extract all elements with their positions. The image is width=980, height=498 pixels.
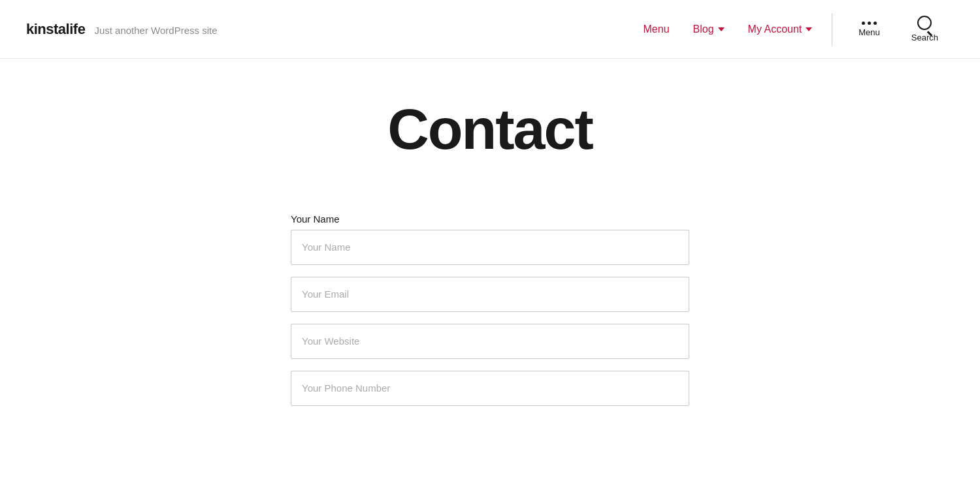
dot-1 bbox=[862, 22, 865, 25]
nav-extra: Menu Search bbox=[843, 10, 954, 48]
nav-item-menu-label: Menu bbox=[644, 23, 670, 35]
name-label: Your Name bbox=[291, 213, 689, 225]
site-nav: Menu Blog My Account Menu bbox=[634, 10, 955, 48]
chevron-down-icon bbox=[806, 27, 812, 31]
website-input[interactable] bbox=[291, 324, 689, 359]
dots-icon bbox=[862, 22, 877, 25]
more-menu-button[interactable]: Menu bbox=[843, 16, 896, 42]
contact-form: Your Name bbox=[291, 213, 689, 406]
site-logo[interactable]: kinstalife bbox=[26, 21, 85, 38]
nav-item-my-account-label: My Account bbox=[748, 23, 802, 35]
nav-item-blog[interactable]: Blog bbox=[684, 18, 734, 40]
email-input[interactable] bbox=[291, 277, 689, 312]
page-title-wrap: Contact bbox=[124, 98, 856, 161]
nav-divider bbox=[832, 13, 832, 46]
more-menu-label: Menu bbox=[858, 27, 880, 37]
form-group-website bbox=[291, 324, 689, 359]
nav-links: Menu Blog My Account bbox=[634, 18, 822, 40]
search-label: Search bbox=[911, 33, 938, 42]
site-header: kinstalife Just another WordPress site M… bbox=[0, 0, 980, 59]
site-tagline: Just another WordPress site bbox=[94, 25, 217, 36]
chevron-down-icon bbox=[718, 27, 725, 31]
search-icon bbox=[917, 16, 932, 30]
form-group-phone bbox=[291, 371, 689, 406]
main-content: Contact Your Name bbox=[98, 59, 882, 444]
site-branding: kinstalife Just another WordPress site bbox=[26, 21, 218, 38]
search-button[interactable]: Search bbox=[896, 10, 954, 48]
phone-input[interactable] bbox=[291, 371, 689, 406]
dot-2 bbox=[868, 22, 871, 25]
dot-3 bbox=[874, 22, 877, 25]
nav-item-my-account[interactable]: My Account bbox=[739, 18, 822, 40]
nav-item-blog-label: Blog bbox=[693, 23, 714, 35]
nav-item-menu[interactable]: Menu bbox=[634, 18, 679, 40]
form-group-email bbox=[291, 277, 689, 312]
page-title: Contact bbox=[124, 98, 856, 161]
form-group-name: Your Name bbox=[291, 213, 689, 265]
name-input[interactable] bbox=[291, 230, 689, 265]
